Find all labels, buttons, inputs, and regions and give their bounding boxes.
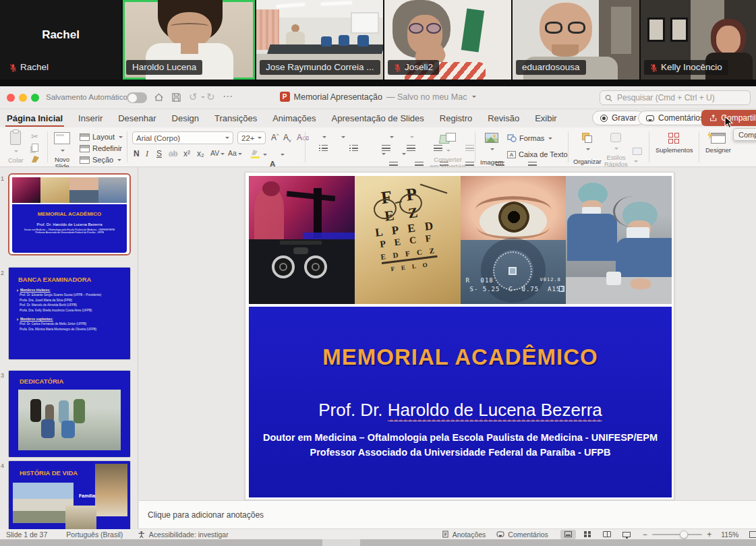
superscript-button[interactable]: x² [183, 149, 190, 158]
bullets-icon[interactable] [319, 144, 328, 152]
shape-format-button[interactable] [633, 148, 642, 167]
tab-pagina-inicial[interactable]: Página Inicial [7, 113, 63, 123]
arrange-icon [582, 133, 592, 143]
paste-button[interactable]: Colar [8, 131, 24, 164]
shape-format-icon [633, 148, 642, 155]
tab-apresentacao-de-slides[interactable]: Apresentação de Slides [331, 113, 424, 123]
ribbon: Colar ✂ NovoSlide Layout Redefinir Seção [0, 127, 756, 167]
zoom-in-button[interactable]: + [707, 530, 711, 539]
reading-view-button[interactable] [600, 530, 615, 539]
slide-thumbnail-2[interactable]: BANCA EXAMINADORA Membros titulares: Pro… [8, 267, 131, 360]
zoom-percentage[interactable]: 115% [721, 530, 738, 539]
thumb4-photo-street [13, 483, 74, 523]
glasses [409, 23, 424, 34]
designer-icon [711, 133, 726, 144]
font-size-select[interactable]: 22+ [237, 131, 266, 144]
record-button[interactable]: Gravar [592, 111, 645, 125]
slide-canvas[interactable]: F P E Z L P E D P E C F E D F C Z F E L … [245, 172, 674, 500]
screen: Rachel Rachel Haroldo Lucena [0, 0, 756, 546]
participant-name: Haroldo Lucena [132, 62, 196, 73]
tab-exibir[interactable]: Exibir [535, 113, 557, 123]
notes-panel[interactable]: Clique para adicionar anotações [139, 500, 756, 529]
designer-button[interactable]: Designer [705, 133, 731, 154]
slide-thumbnail-1[interactable]: MEMORIAL ACADÊMICO Prof. Dr. Haroldo de … [8, 173, 131, 255]
underline-button[interactable]: S [156, 149, 162, 158]
language-indicator[interactable]: Português (Brasil) [66, 530, 123, 539]
zoom-out-button[interactable]: − [643, 530, 647, 539]
slide-author: Prof. Dr. Haroldo de Lucena Bezerra [249, 400, 672, 421]
tab-inserir[interactable]: Inserir [78, 113, 103, 123]
video-tile-kelly[interactable]: Kelly Inocêncio [641, 0, 756, 80]
home-icon[interactable] [154, 92, 164, 102]
quick-styles-button[interactable]: EstilosRápidos [604, 133, 628, 168]
new-slide-button[interactable]: NovoSlide [54, 132, 70, 170]
video-tile-eduardo[interactable]: eduardosousa [513, 0, 639, 80]
tab-revisao[interactable]: Revisão [488, 113, 519, 123]
video-tile-haroldo[interactable]: Haroldo Lucena [123, 0, 255, 80]
change-case-button[interactable]: Aa [228, 149, 242, 157]
accessibility-status[interactable]: Acessibilidade: investigar [149, 530, 229, 539]
search-box[interactable] [600, 90, 751, 105]
chair [357, 35, 369, 47]
textbox-button[interactable]: A Caixa de Texto [507, 150, 568, 158]
image-button[interactable]: Imagem [480, 133, 503, 166]
tab-animacoes[interactable]: Animações [272, 113, 316, 123]
normal-view-button[interactable] [560, 530, 576, 539]
participant-name-center: Rachel [0, 28, 121, 42]
text-highlight-icon[interactable] [251, 150, 260, 158]
zoom-slider[interactable] [652, 534, 703, 535]
slide-sorter-view-button[interactable] [580, 530, 595, 539]
strikethrough-button[interactable]: ab [169, 149, 177, 158]
video-tile-rachel[interactable]: Rachel Rachel [0, 0, 121, 80]
reset-button[interactable]: Redefinir [80, 144, 122, 152]
close-window-button[interactable] [7, 94, 15, 102]
comments-toggle[interactable]: Comentários [496, 530, 548, 539]
shapes-button[interactable]: Formas [507, 134, 552, 142]
subscript-button[interactable]: x₂ [197, 149, 204, 158]
minimize-window-button[interactable] [19, 94, 27, 102]
arrange-button[interactable]: Organizar [573, 133, 602, 165]
search-input[interactable] [616, 92, 737, 103]
grow-font-button[interactable]: A^ [271, 133, 279, 142]
save-icon[interactable] [171, 92, 181, 102]
convert-smartart-button[interactable]: Converterem SmartArt [424, 133, 472, 170]
numbering-icon[interactable] [349, 144, 358, 152]
slide-thumbnail-4[interactable]: HISTÓRIA DE VIDA Família [8, 460, 131, 529]
more-commands-icon[interactable]: ⋯ [223, 90, 233, 102]
layout-button[interactable]: Layout [80, 133, 123, 141]
format-painter-icon[interactable] [32, 156, 39, 162]
bold-button[interactable]: N [134, 149, 140, 158]
tab-desenhar[interactable]: Desenhar [118, 113, 156, 123]
slideshow-button[interactable] [619, 530, 635, 539]
undo-icon[interactable]: ↺ [189, 91, 198, 103]
italic-button[interactable]: I [146, 149, 148, 159]
zoom-window-button[interactable] [31, 94, 39, 102]
shrink-font-button[interactable]: Av [283, 133, 291, 143]
undo-dropdown[interactable] [201, 96, 205, 98]
textbox-icon: A [507, 151, 516, 158]
cut-icon[interactable]: ✂ [31, 131, 38, 142]
tab-registro[interactable]: Registro [440, 113, 472, 123]
tab-design[interactable]: Design [172, 113, 199, 123]
video-tile-joseli[interactable]: Joseli2 [384, 0, 511, 80]
document-save-status[interactable]: — Salvo no meu Mac [386, 92, 467, 102]
document-title: Memorial Apresentação [294, 92, 382, 102]
increase-indent-icon[interactable] [407, 144, 415, 152]
video-tile-jose[interactable]: Jose Raymundo Correia ... [256, 0, 383, 80]
glasses [545, 22, 562, 34]
section-button[interactable]: Seção [80, 156, 121, 164]
notes-toggle[interactable]: Anotações [442, 530, 486, 539]
slide-thumbnail-3[interactable]: DEDICATÓRIA [8, 370, 131, 458]
font-name-select[interactable]: Arial (Corpo) [132, 131, 233, 144]
addins-button[interactable]: Suplementos [656, 133, 693, 154]
fit-slide-icon[interactable] [749, 531, 756, 538]
redo-icon[interactable]: ↻ [206, 91, 215, 103]
tab-transicoes[interactable]: Transições [214, 113, 257, 123]
character-spacing-button[interactable]: AV [210, 149, 225, 157]
autosave-toggle[interactable] [127, 92, 147, 103]
decrease-indent-icon[interactable] [382, 144, 390, 152]
zoom-slider-knob[interactable] [680, 530, 688, 539]
notes-icon [442, 530, 449, 538]
clear-formatting-button[interactable]: A⌫ [297, 133, 309, 142]
copy-icon[interactable] [32, 144, 38, 152]
